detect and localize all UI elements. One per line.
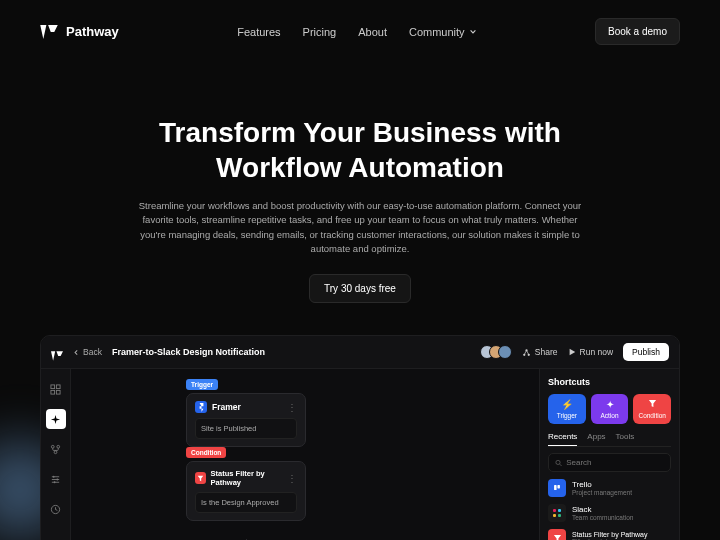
tool-sidebar — [41, 369, 71, 540]
play-icon — [568, 348, 576, 356]
hero-title: Transform Your Business with Workflow Au… — [120, 115, 600, 185]
svg-rect-5 — [51, 390, 55, 394]
app-logo-icon — [51, 347, 63, 357]
panel-title: Shortcuts — [548, 377, 671, 387]
search-box[interactable] — [548, 453, 671, 472]
svg-rect-4 — [56, 384, 60, 388]
nav-link-pricing[interactable]: Pricing — [303, 26, 337, 38]
nav-link-community[interactable]: Community — [409, 26, 477, 38]
node-tag: Trigger — [186, 379, 218, 390]
svg-point-9 — [54, 450, 57, 453]
shortcut-condition[interactable]: Condition — [633, 394, 671, 424]
node-menu-icon[interactable]: ⋮ — [287, 473, 297, 484]
brand[interactable]: Pathway — [40, 24, 119, 39]
integration-slack[interactable]: Slack Team communication — [548, 504, 671, 522]
book-demo-button[interactable]: Book a demo — [595, 18, 680, 45]
node-description: Site is Published — [195, 418, 297, 439]
shortcuts-panel: Shortcuts ⚡ Trigger ✦ Action Condition — [539, 369, 679, 540]
collaborator-avatars[interactable] — [480, 345, 512, 359]
node-title: Framer — [212, 402, 241, 412]
search-icon — [555, 459, 562, 467]
sparkle-icon: ✦ — [606, 399, 614, 410]
search-input[interactable] — [566, 458, 664, 467]
svg-point-14 — [556, 460, 560, 464]
node-trigger-framer[interactable]: Trigger Framer ⋮ Site is Published — [186, 373, 306, 447]
nav-link-about[interactable]: About — [358, 26, 387, 38]
tool-settings-icon[interactable] — [46, 469, 66, 489]
chevron-left-icon — [73, 349, 80, 356]
svg-rect-6 — [56, 390, 60, 394]
workflow-canvas[interactable]: Trigger Framer ⋮ Site is Published — [71, 369, 539, 540]
slack-icon — [548, 504, 566, 522]
hero-subtitle: Streamline your workflows and boost prod… — [130, 199, 590, 256]
svg-point-11 — [56, 478, 58, 480]
brand-name: Pathway — [66, 24, 119, 39]
run-button[interactable]: Run now — [568, 347, 614, 357]
app-preview: Back Framer-to-Slack Design Notification… — [40, 335, 680, 540]
node-condition-status[interactable]: Condition Status Filter by Pathway ⋮ Is … — [186, 441, 306, 521]
chevron-down-icon — [469, 28, 477, 36]
pathway-logo-icon — [40, 25, 58, 39]
back-button[interactable]: Back — [73, 347, 102, 357]
nav-link-features[interactable]: Features — [237, 26, 280, 38]
hero: Transform Your Business with Workflow Au… — [40, 63, 680, 303]
node-menu-icon[interactable]: ⋮ — [287, 402, 297, 413]
svg-point-8 — [57, 445, 60, 448]
svg-point-12 — [54, 481, 56, 483]
publish-button[interactable]: Publish — [623, 343, 669, 361]
funnel-icon — [648, 399, 657, 410]
back-label: Back — [83, 347, 102, 357]
integration-trello[interactable]: Trello Project management — [548, 479, 671, 497]
shortcut-trigger[interactable]: ⚡ Trigger — [548, 394, 586, 424]
tool-clock-icon[interactable] — [46, 499, 66, 519]
framer-icon — [195, 401, 207, 413]
tab-tools[interactable]: Tools — [616, 432, 635, 446]
svg-point-7 — [51, 445, 54, 448]
tool-sparkle-icon[interactable] — [46, 409, 66, 429]
app-topbar: Back Framer-to-Slack Design Notification… — [41, 336, 679, 369]
integration-status-filter[interactable]: Status Filter by Pathway Filter by statu… — [548, 529, 671, 540]
nav-link-community-label: Community — [409, 26, 465, 38]
tab-recents[interactable]: Recents — [548, 432, 577, 446]
avatar — [498, 345, 512, 359]
svg-rect-3 — [51, 384, 55, 388]
node-title: Status Filter by Pathway — [211, 469, 287, 487]
bolt-icon: ⚡ — [561, 399, 573, 410]
navbar: Pathway Features Pricing About Community… — [40, 0, 680, 63]
svg-point-10 — [53, 475, 55, 477]
nav-links: Features Pricing About Community — [237, 26, 476, 38]
workflow-title: Framer-to-Slack Design Notification — [112, 347, 265, 357]
svg-rect-16 — [554, 485, 557, 490]
node-tag: Condition — [186, 447, 226, 458]
trello-icon — [548, 479, 566, 497]
shortcut-action[interactable]: ✦ Action — [591, 394, 629, 424]
share-icon — [522, 348, 531, 357]
svg-rect-15 — [553, 484, 561, 492]
share-button[interactable]: Share — [522, 347, 558, 357]
filter-icon — [548, 529, 566, 540]
filter-icon — [195, 472, 206, 484]
trial-button[interactable]: Try 30 days free — [309, 274, 411, 303]
svg-rect-17 — [557, 485, 560, 488]
tab-apps[interactable]: Apps — [587, 432, 605, 446]
tool-grid-icon[interactable] — [46, 379, 66, 399]
node-description: Is the Design Approved — [195, 492, 297, 513]
tool-branch-icon[interactable] — [46, 439, 66, 459]
